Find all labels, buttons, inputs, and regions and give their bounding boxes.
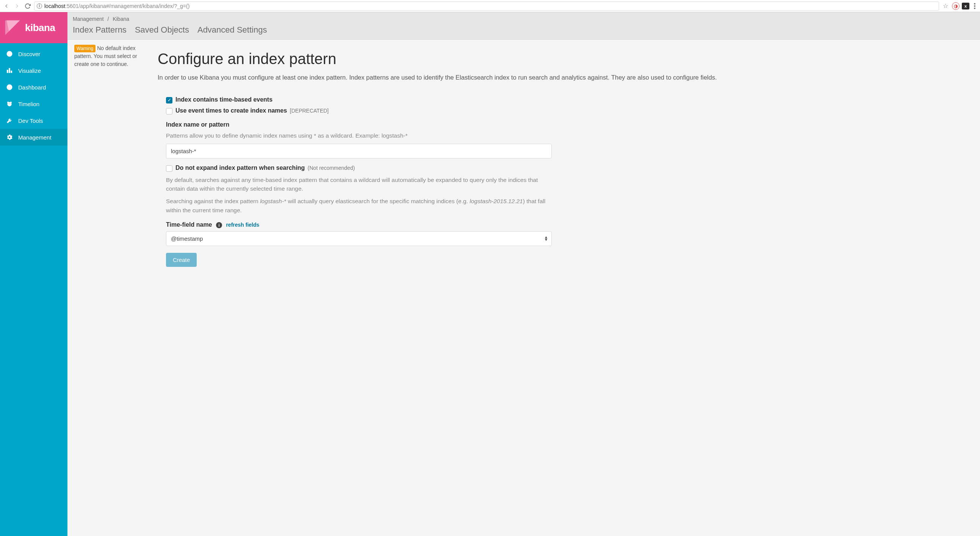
index-name-input[interactable] bbox=[166, 144, 552, 159]
url-host: localhost bbox=[45, 3, 65, 9]
svg-point-8 bbox=[10, 102, 12, 103]
warning-panel: WarningNo default index pattern. You mus… bbox=[74, 45, 150, 267]
brand-name: kibana bbox=[25, 22, 55, 34]
sidebar-item-visualize[interactable]: Visualize bbox=[0, 62, 67, 79]
page-intro: In order to use Kibana you must configur… bbox=[158, 73, 966, 83]
checkbox-icon[interactable] bbox=[166, 97, 172, 103]
expand-help-2: Searching against the index pattern logs… bbox=[166, 197, 552, 215]
extension-icon-ublock[interactable]: ◑ bbox=[952, 2, 959, 10]
svg-point-9 bbox=[9, 103, 10, 104]
gear-icon bbox=[6, 134, 13, 141]
browser-url-bar[interactable]: i localhost:5601/app/kibana#/management/… bbox=[34, 2, 939, 11]
index-name-help: Patterns allow you to define dynamic ind… bbox=[166, 131, 552, 140]
checkbox-icon[interactable] bbox=[166, 108, 172, 115]
nav-label: Discover bbox=[18, 51, 40, 57]
svg-rect-1 bbox=[7, 70, 8, 73]
nav-label: Management bbox=[18, 134, 51, 141]
nav-list: Discover Visualize Dashboard Timelion De… bbox=[0, 43, 67, 146]
svg-rect-2 bbox=[9, 68, 10, 73]
nav-label: Dashboard bbox=[18, 84, 46, 91]
index-pattern-form: Index contains time-based events Use eve… bbox=[158, 96, 552, 267]
svg-point-10 bbox=[10, 103, 11, 104]
breadcrumb: Management / Kibana bbox=[73, 16, 975, 25]
deprecated-suffix: [DEPRECATED] bbox=[290, 108, 329, 114]
browser-back-icon[interactable] bbox=[2, 2, 11, 10]
breadcrumb-kibana[interactable]: Kibana bbox=[113, 16, 129, 22]
breadcrumb-management[interactable]: Management bbox=[73, 16, 104, 22]
app-shell: kibana Discover Visualize Dashboard Time… bbox=[0, 12, 980, 536]
time-field-label: Time-field name bbox=[166, 221, 212, 228]
time-field-select[interactable]: @timestamp bbox=[166, 231, 552, 246]
kibana-logo-icon bbox=[4, 19, 21, 37]
main-content: Management / Kibana Index Patterns Saved… bbox=[67, 12, 980, 536]
svg-point-5 bbox=[9, 87, 10, 87]
browser-forward-icon[interactable] bbox=[13, 2, 21, 10]
info-icon[interactable]: i bbox=[216, 222, 222, 228]
checkbox-label: Do not expand index pattern when searchi… bbox=[175, 164, 305, 171]
browser-chrome: i localhost:5601/app/kibana#/management/… bbox=[0, 0, 980, 12]
url-text: localhost:5601/app/kibana#/management/ki… bbox=[45, 3, 189, 9]
tab-saved-objects[interactable]: Saved Objects bbox=[135, 25, 189, 35]
checkbox-icon[interactable] bbox=[166, 165, 172, 172]
bar-chart-icon bbox=[6, 67, 13, 74]
browser-menu-icon[interactable] bbox=[972, 3, 978, 9]
site-info-icon[interactable]: i bbox=[37, 3, 42, 9]
sidebar-item-management[interactable]: Management bbox=[0, 129, 67, 146]
checkbox-label: Index contains time-based events bbox=[175, 96, 272, 103]
url-path: /app/kibana#/management/kibana/index/?_g… bbox=[78, 3, 189, 9]
gauge-icon bbox=[6, 84, 13, 91]
time-field-select-wrap: @timestamp ▴▾ bbox=[166, 231, 552, 246]
sidebar-item-dashboard[interactable]: Dashboard bbox=[0, 79, 67, 95]
checkbox-no-expand[interactable]: Do not expand index pattern when searchi… bbox=[166, 164, 552, 172]
sidebar-item-devtools[interactable]: Dev Tools bbox=[0, 112, 67, 129]
expand-help-1: By default, searches against any time-ba… bbox=[166, 175, 552, 193]
brand-logo[interactable]: kibana bbox=[0, 12, 67, 43]
management-tabs: Index Patterns Saved Objects Advanced Se… bbox=[73, 25, 975, 40]
url-port: :5601 bbox=[65, 3, 78, 9]
topbar: Management / Kibana Index Patterns Saved… bbox=[67, 12, 980, 40]
nav-label: Timelion bbox=[18, 101, 40, 107]
warning-badge: Warning bbox=[74, 45, 95, 52]
create-button[interactable]: Create bbox=[166, 253, 197, 267]
not-recommended-suffix: (Not recommended) bbox=[308, 165, 355, 171]
refresh-fields-link[interactable]: refresh fields bbox=[226, 222, 259, 228]
config-panel: Configure an index pattern In order to u… bbox=[158, 45, 973, 267]
time-field-label-row: Time-field name i refresh fields bbox=[166, 221, 552, 228]
checkbox-time-based[interactable]: Index contains time-based events bbox=[166, 96, 552, 103]
sidebar-item-discover[interactable]: Discover bbox=[0, 46, 67, 62]
sidebar-item-timelion[interactable]: Timelion bbox=[0, 95, 67, 112]
content-row: WarningNo default index pattern. You mus… bbox=[67, 40, 980, 278]
browser-reload-icon[interactable] bbox=[24, 2, 32, 10]
checkbox-label: Use event times to create index names bbox=[175, 107, 287, 114]
nav-label: Visualize bbox=[18, 67, 41, 74]
extension-icon-dark[interactable]: x bbox=[962, 3, 969, 10]
tab-advanced-settings[interactable]: Advanced Settings bbox=[197, 25, 267, 35]
checkbox-event-times[interactable]: Use event times to create index names [D… bbox=[166, 107, 552, 115]
svg-rect-3 bbox=[11, 71, 12, 73]
bookmark-star-icon[interactable]: ☆ bbox=[941, 2, 950, 10]
wrench-icon bbox=[6, 117, 13, 124]
timelion-icon bbox=[6, 100, 13, 107]
nav-label: Dev Tools bbox=[18, 118, 43, 124]
index-name-label: Index name or pattern bbox=[166, 121, 552, 128]
tab-index-patterns[interactable]: Index Patterns bbox=[73, 25, 127, 35]
sidebar: kibana Discover Visualize Dashboard Time… bbox=[0, 12, 67, 536]
page-title: Configure an index pattern bbox=[158, 51, 966, 67]
compass-icon bbox=[6, 51, 13, 57]
breadcrumb-separator: / bbox=[105, 16, 111, 22]
svg-point-7 bbox=[7, 102, 9, 103]
